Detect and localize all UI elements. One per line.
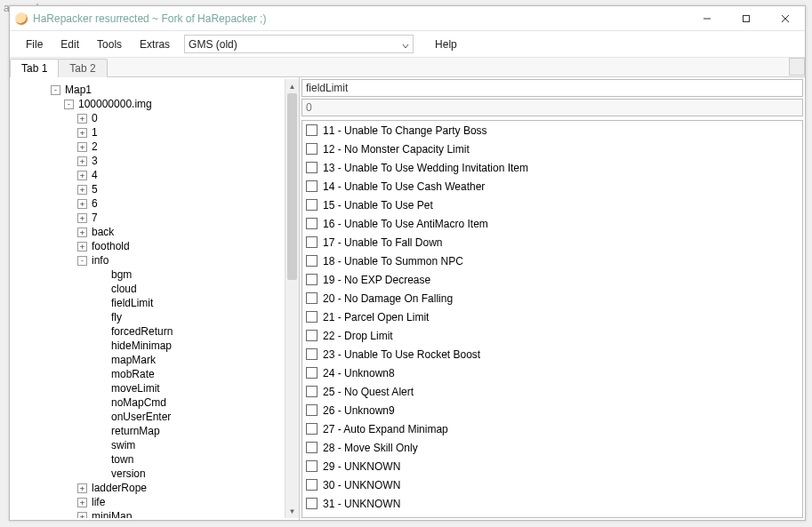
flag-item[interactable]: 30 - UNKNOWN xyxy=(302,475,802,494)
tree-node-6[interactable]: +6 xyxy=(15,196,285,211)
tree-root[interactable]: -Map1 xyxy=(15,83,285,97)
tree-leaf-hideMinimap-label: hideMinimap xyxy=(110,339,173,353)
property-name-field[interactable]: fieldLimit xyxy=(301,79,803,97)
tree-node-3-label: 3 xyxy=(91,154,99,168)
checkbox-icon[interactable] xyxy=(306,311,318,323)
flag-item[interactable]: 14 - Unable To Use Cash Weather xyxy=(302,177,802,196)
tree-node-info[interactable]: -info xyxy=(15,253,285,267)
scroll-thumb[interactable] xyxy=(287,93,297,280)
tree-leaf-town[interactable]: town xyxy=(15,452,285,467)
flag-item[interactable]: 21 - Parcel Open Limit xyxy=(302,307,802,326)
checkbox-icon[interactable] xyxy=(306,330,318,341)
tree-node-7[interactable]: +7 xyxy=(15,211,285,225)
flag-item[interactable]: 26 - Unknown9 xyxy=(302,401,802,419)
checkbox-icon[interactable] xyxy=(306,367,318,379)
tree-leaf-swim[interactable]: swim xyxy=(15,438,285,452)
menu-extras[interactable]: Extras xyxy=(131,35,179,54)
tree-node-1[interactable]: +1 xyxy=(15,125,285,140)
tree-node-3[interactable]: +3 xyxy=(15,154,285,168)
tree-node-back[interactable]: +back xyxy=(15,225,285,239)
menu-help[interactable]: Help xyxy=(426,35,466,54)
tree-leaf-mobRate[interactable]: mobRate xyxy=(15,367,285,381)
tree-node-4[interactable]: +4 xyxy=(15,168,285,182)
flag-item[interactable]: 22 - Drop Limit xyxy=(302,326,802,345)
flag-item[interactable]: 20 - No Damage On Falling xyxy=(302,289,802,307)
flag-item[interactable]: 25 - No Quest Alert xyxy=(302,382,802,401)
checkbox-icon[interactable] xyxy=(306,218,318,229)
tree-view[interactable]: -Map1-100000000.img+0+1+2+3+4+5+6+7+back… xyxy=(12,79,285,518)
tree-img[interactable]: -100000000.img xyxy=(15,97,285,111)
tabstrip-overflow[interactable] xyxy=(789,58,805,76)
checkbox-icon[interactable] xyxy=(306,498,318,509)
checkbox-icon[interactable] xyxy=(306,460,318,472)
flag-item[interactable]: 19 - No EXP Decrease xyxy=(302,270,802,289)
tree-scrollbar[interactable]: ▲ ▼ xyxy=(285,79,299,518)
tree-leaf-onUserEnter[interactable]: onUserEnter xyxy=(15,410,285,424)
flag-item[interactable]: 27 - Auto Expand Minimap xyxy=(302,419,802,438)
flag-item[interactable]: 17 - Unable To Fall Down xyxy=(302,233,802,252)
menu-tools[interactable]: Tools xyxy=(88,35,131,54)
tree-node-2[interactable]: +2 xyxy=(15,140,285,154)
tree-node-foothold[interactable]: +foothold xyxy=(15,239,285,253)
tab-0[interactable]: Tab 1 xyxy=(10,59,59,77)
tree-leaf-bgm[interactable]: bgm xyxy=(15,267,285,282)
checkbox-icon[interactable] xyxy=(306,199,318,211)
scroll-down-icon[interactable]: ▼ xyxy=(285,504,299,518)
checkbox-icon[interactable] xyxy=(306,442,318,453)
checkbox-icon[interactable] xyxy=(306,236,318,248)
version-combo[interactable]: GMS (old) xyxy=(184,35,414,53)
checkbox-icon[interactable] xyxy=(306,255,318,267)
checkbox-icon[interactable] xyxy=(306,404,318,416)
maximize-button[interactable] xyxy=(727,6,766,31)
tree-leaf-version[interactable]: version xyxy=(15,467,285,481)
close-button[interactable] xyxy=(766,6,805,31)
checkbox-icon[interactable] xyxy=(306,274,318,285)
checkbox-icon[interactable] xyxy=(306,162,318,173)
flag-item[interactable]: 23 - Unable To Use Rocket Boost xyxy=(302,345,802,363)
checkbox-icon[interactable] xyxy=(306,143,318,155)
tree-node-ladderRope[interactable]: +ladderRope xyxy=(15,481,285,495)
tree-node-5[interactable]: +5 xyxy=(15,182,285,196)
tree-leaf-hideMinimap[interactable]: hideMinimap xyxy=(15,339,285,353)
tree-leaf-fly[interactable]: fly xyxy=(15,310,285,324)
flag-item[interactable]: 12 - No Monster Capacity Limit xyxy=(302,140,802,158)
tree-leaf-mapMark[interactable]: mapMark xyxy=(15,353,285,367)
checkbox-icon[interactable] xyxy=(306,348,318,360)
flag-item[interactable]: 29 - UNKNOWN xyxy=(302,457,802,475)
flag-item[interactable]: 24 - Unknown8 xyxy=(302,363,802,382)
tree-node-0[interactable]: +0 xyxy=(15,111,285,125)
tree-leaf-moveLimit[interactable]: moveLimit xyxy=(15,381,285,395)
menu-edit[interactable]: Edit xyxy=(52,35,88,54)
flag-label: 26 - Unknown9 xyxy=(323,404,395,417)
minimize-button[interactable] xyxy=(687,6,727,31)
flag-item[interactable]: 28 - Move Skill Only xyxy=(302,438,802,457)
tree-node-life[interactable]: +life xyxy=(15,495,285,509)
flag-label: 19 - No EXP Decrease xyxy=(323,274,430,286)
checkbox-icon[interactable] xyxy=(306,479,318,491)
flag-item[interactable]: 11 - Unable To Change Party Boss xyxy=(302,121,802,140)
flag-item[interactable]: 16 - Unable To Use AntiMacro Item xyxy=(302,214,802,233)
tree-root-label: Map1 xyxy=(64,83,92,97)
flag-item[interactable]: 31 - UNKNOWN xyxy=(302,494,802,513)
checkbox-icon[interactable] xyxy=(306,386,318,397)
flag-item[interactable]: 13 - Unable To Use Wedding Invitation It… xyxy=(302,158,802,177)
property-value-field[interactable]: 0 xyxy=(301,99,803,116)
tree-leaf-forcedReturn[interactable]: forcedReturn xyxy=(15,324,285,339)
tree-leaf-cloud[interactable]: cloud xyxy=(15,282,285,296)
tree-node-miniMap[interactable]: +miniMap xyxy=(15,509,285,518)
checkbox-icon[interactable] xyxy=(306,292,318,304)
flag-item[interactable]: 15 - Unable To Use Pet xyxy=(302,196,802,214)
flag-item[interactable]: 18 - Unable To Summon NPC xyxy=(302,252,802,270)
checkbox-icon[interactable] xyxy=(306,180,318,192)
tree-leaf-noMapCmd[interactable]: noMapCmd xyxy=(15,395,285,410)
flag-label: 15 - Unable To Use Pet xyxy=(323,199,433,212)
tree-leaf-fieldLimit[interactable]: fieldLimit xyxy=(15,296,285,310)
scroll-up-icon[interactable]: ▲ xyxy=(285,79,299,93)
tab-1[interactable]: Tab 2 xyxy=(58,59,107,77)
tree-node-6-label: 6 xyxy=(91,196,99,211)
menu-file[interactable]: File xyxy=(17,35,52,54)
checkbox-icon[interactable] xyxy=(306,124,318,136)
checkbox-icon[interactable] xyxy=(306,423,318,435)
tree-leaf-returnMap[interactable]: returnMap xyxy=(15,424,285,438)
tree-leaf-forcedReturn-label: forcedReturn xyxy=(110,324,173,339)
